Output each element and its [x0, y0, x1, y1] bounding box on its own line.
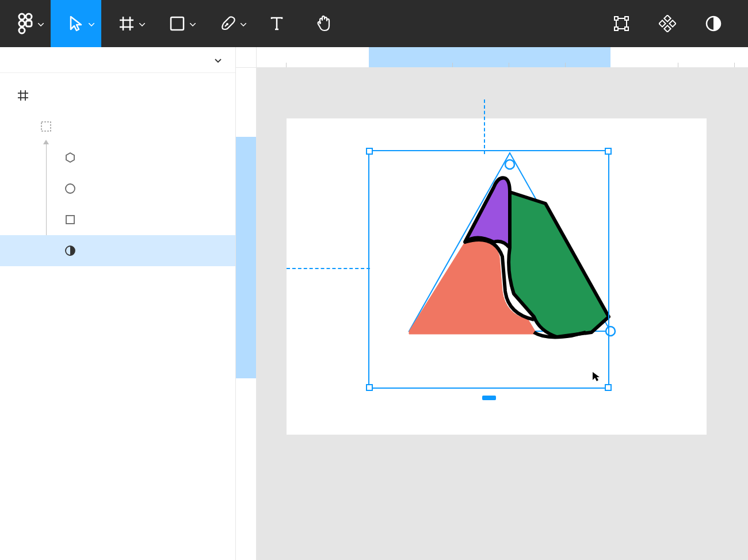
main-menu-button[interactable]	[0, 0, 51, 47]
mask-icon[interactable]	[696, 0, 731, 47]
ruler-selection	[236, 137, 256, 378]
layer-triangle[interactable]	[0, 235, 235, 266]
resize-handle-tl[interactable]	[366, 148, 373, 155]
chevron-down-icon	[139, 18, 145, 29]
resize-handle-tr[interactable]	[605, 148, 612, 155]
svg-rect-13	[615, 27, 618, 30]
svg-point-4	[19, 28, 25, 33]
frame-tool-button[interactable]	[101, 0, 152, 47]
svg-rect-22	[669, 20, 676, 26]
ellipse-icon	[62, 183, 78, 194]
ruler-vertical[interactable]	[236, 68, 257, 560]
pen-tool-button[interactable]	[203, 0, 253, 47]
layer-ellipse[interactable]	[0, 173, 235, 204]
cursor-icon	[591, 371, 601, 385]
layer-tree	[0, 73, 235, 266]
square-icon	[62, 214, 78, 225]
layers-panel	[0, 47, 236, 560]
svg-rect-31	[66, 216, 74, 224]
svg-rect-19	[664, 15, 670, 21]
components-icon[interactable]	[650, 0, 685, 47]
svg-point-1	[26, 14, 32, 20]
svg-rect-3	[26, 21, 32, 26]
ruler-selection	[369, 47, 610, 67]
guide-horizontal	[287, 268, 370, 269]
toolbar	[0, 0, 748, 47]
frame-icon	[15, 90, 31, 101]
mask-icon	[62, 245, 78, 256]
guide-vertical	[484, 99, 485, 154]
ruler-horizontal[interactable]	[257, 47, 748, 68]
svg-rect-11	[615, 17, 618, 20]
svg-point-30	[66, 184, 75, 193]
move-tool-button[interactable]	[51, 0, 101, 47]
dimension-badge	[482, 396, 496, 400]
text-tool-button[interactable]	[253, 0, 300, 47]
svg-rect-14	[625, 27, 628, 30]
svg-rect-12	[625, 17, 628, 20]
svg-point-0	[19, 14, 25, 20]
svg-point-2	[19, 21, 25, 26]
svg-marker-29	[66, 153, 74, 162]
layer-frame[interactable]	[0, 80, 235, 111]
chevron-down-icon	[215, 59, 222, 63]
hexagon-icon	[62, 152, 78, 163]
hand-tool-button[interactable]	[300, 0, 348, 47]
shape-tool-button[interactable]	[152, 0, 203, 47]
chevron-down-icon	[241, 18, 246, 29]
chevron-down-icon	[190, 18, 196, 29]
svg-point-10	[226, 23, 228, 25]
svg-rect-21	[659, 20, 665, 26]
svg-rect-28	[41, 122, 51, 131]
constraints-icon[interactable]	[604, 0, 639, 47]
group-icon	[38, 121, 54, 132]
selection-box[interactable]	[368, 150, 609, 389]
resize-handle-br[interactable]	[605, 384, 612, 391]
chevron-down-icon	[89, 18, 94, 29]
layer-group[interactable]	[0, 111, 235, 142]
page-selector[interactable]	[211, 59, 222, 63]
layer-square[interactable]	[0, 204, 235, 235]
chevron-down-icon	[38, 18, 44, 29]
svg-rect-20	[664, 25, 670, 32]
resize-handle-bl[interactable]	[366, 384, 373, 391]
ruler-corner	[236, 47, 257, 68]
svg-rect-9	[171, 17, 184, 30]
layer-hexagon[interactable]	[0, 142, 235, 173]
canvas[interactable]	[236, 47, 748, 560]
